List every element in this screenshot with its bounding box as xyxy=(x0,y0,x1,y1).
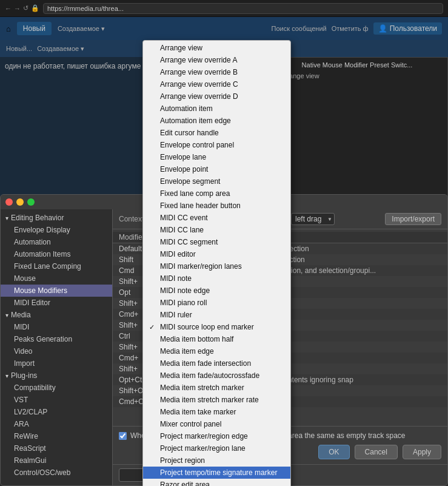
dropdown-item-media-item-fade-auto[interactable]: Media item fade/autocrossfade xyxy=(143,370,290,382)
forward-icon[interactable]: → xyxy=(14,5,21,12)
dropdown-item-midi-piano-roll[interactable]: MIDI piano roll xyxy=(143,297,290,309)
checkmark: ✓ xyxy=(149,323,155,331)
dropdown-item-midi-marker[interactable]: MIDI marker/region lanes xyxy=(143,260,290,272)
sidebar-item-rescript[interactable]: ReaScript xyxy=(1,442,112,454)
dropdown-item-fixed-lane-header[interactable]: Fixed lane header button xyxy=(143,200,290,212)
reload-icon[interactable]: ↺ xyxy=(23,4,28,12)
sidebar-item-editing-behavior[interactable]: ▾Editing Behavior xyxy=(1,212,112,224)
dropdown-item-razor-edit-area[interactable]: Razor edit area xyxy=(143,479,290,486)
overlay-sub: ▶ Arrange view xyxy=(270,71,444,81)
modifier-select[interactable]: left drag xyxy=(291,213,335,225)
dropdown-item-project-tempo[interactable]: Project tempo/time signature marker xyxy=(143,467,290,479)
sidebar-item-envelope-display[interactable]: Envelope Display xyxy=(1,224,112,236)
dropdown-item-envelope-lane[interactable]: Envelope lane xyxy=(143,151,290,163)
browser-bar: ← → ↺ 🔒 https://rmmedia.ru/threa... xyxy=(0,0,448,17)
dropdown-item-media-item-edge[interactable]: Media item edge xyxy=(143,345,290,357)
dropdown-item-media-item-stretch[interactable]: Media item stretch marker xyxy=(143,382,290,394)
modifier-select-wrapper[interactable]: left drag xyxy=(291,213,335,225)
sidebar-item-realmgui[interactable]: RealmGui xyxy=(1,454,112,467)
dropdown-item-media-item-bottom[interactable]: Media item bottom half xyxy=(143,333,290,345)
sidebar-item-mouse-modifiers[interactable]: Mouse Modifiers xyxy=(1,285,112,297)
sidebar-item-vst[interactable]: VST xyxy=(1,394,112,406)
sidebar-item-fixed-lane-comping[interactable]: Fixed Lane Comping xyxy=(1,260,112,272)
sidebar-item-automation-items[interactable]: Automation Items xyxy=(1,248,112,260)
nav-separator: Создаваемое ▾ xyxy=(58,25,105,33)
dropdown-item-project-region[interactable]: Project region xyxy=(143,454,290,467)
sidebar-item-media[interactable]: ▾Media xyxy=(1,309,112,321)
sidebar-item-mouse[interactable]: Mouse xyxy=(1,272,112,285)
dropdown-item-arrange-view-b[interactable]: Arrange view override B xyxy=(143,66,290,78)
sidebar-item-compatibility[interactable]: Compatibility xyxy=(1,382,112,394)
sidebar-item-plug-ins[interactable]: ▾Plug-ins xyxy=(1,370,112,382)
dropdown-item-envelope-point[interactable]: Envelope point xyxy=(143,163,290,175)
overlay-title: Native Mouse Modifier Preset Switc... xyxy=(270,61,444,69)
dropdown-item-midi-editor[interactable]: MIDI editor xyxy=(143,248,290,260)
dropdown-menu: Arrange view Arrange view override A Arr… xyxy=(142,40,291,486)
sidebar-item-peaks-generation[interactable]: Peaks Generation xyxy=(1,333,112,345)
dropdown-item-project-marker-lane[interactable]: Project marker/region lane xyxy=(143,442,290,454)
sub-nav-create[interactable]: Создаваемое ▾ xyxy=(37,45,84,53)
dropdown-item-media-item-take[interactable]: Media item take marker xyxy=(143,406,290,418)
search-label: Поиск сообщений xyxy=(272,25,327,32)
user-icon: 👤 xyxy=(378,24,387,33)
sub-nav-new[interactable]: Новый... xyxy=(6,45,32,52)
sidebar-item-midi[interactable]: MIDI xyxy=(1,321,112,333)
dropdown-item-envelope-control-panel[interactable]: Envelope control panel xyxy=(143,139,290,151)
back-icon[interactable]: ← xyxy=(5,5,12,12)
sidebar-item-import[interactable]: Import xyxy=(1,357,112,370)
dropdown-item-edit-cursor-handle[interactable]: Edit cursor handle xyxy=(143,127,290,139)
maximize-button[interactable] xyxy=(27,198,35,206)
dropdown-item-project-marker-edge[interactable]: Project marker/region edge xyxy=(143,430,290,442)
sidebar-item-control-osc[interactable]: Control/OSC/web xyxy=(1,467,112,479)
cancel-button[interactable]: Cancel xyxy=(355,445,398,459)
dropdown-item-fixed-lane-comp[interactable]: Fixed lane comp area xyxy=(143,187,290,200)
minimize-button[interactable] xyxy=(16,198,24,206)
close-button[interactable] xyxy=(5,198,13,206)
dropdown-item-arrange-view-c[interactable]: Arrange view override C xyxy=(143,78,290,90)
dropdown-item-envelope-segment[interactable]: Envelope segment xyxy=(143,175,290,187)
dropdown-item-midi-cc-event[interactable]: MIDI CC event xyxy=(143,212,290,224)
expand-arrow-media: ▾ xyxy=(5,312,8,319)
dropdown-item-midi-source-loop[interactable]: ✓ MIDI source loop end marker xyxy=(143,321,290,333)
dropdown-item-midi-cc-segment[interactable]: MIDI CC segment xyxy=(143,236,290,248)
new-button[interactable]: Новый xyxy=(17,22,52,35)
user-label: Пользователи xyxy=(390,24,437,33)
sidebar: ▾Editing Behavior Envelope Display Autom… xyxy=(1,209,113,485)
ok-button[interactable]: OK xyxy=(318,445,349,459)
sidebar-item-lv2-clap[interactable]: LV2/CLAP xyxy=(1,406,112,418)
dropdown-item-media-item-stretch-rate[interactable]: Media item stretch marker rate xyxy=(143,394,290,406)
sidebar-item-rewire[interactable]: ReWire xyxy=(1,430,112,442)
lock-icon: 🔒 xyxy=(31,4,39,12)
dropdown-item-midi-note-edge[interactable]: MIDI note edge xyxy=(143,285,290,297)
url-bar[interactable]: https://rmmedia.ru/threa... xyxy=(43,3,443,14)
dropdown-item-arrange-view-d[interactable]: Arrange view override D xyxy=(143,90,290,103)
nav-right: Поиск сообщений Отметить ф 👤 Пользовател… xyxy=(272,22,442,35)
dropdown-item-arrange-view-a[interactable]: Arrange view override A xyxy=(143,54,290,66)
expand-arrow-plugins: ▾ xyxy=(5,373,8,379)
mark-button[interactable]: Отметить ф xyxy=(332,25,369,32)
sidebar-item-ara[interactable]: ARA xyxy=(1,418,112,430)
nav-bar: ⌂ Новый Создаваемое ▾ Поиск сообщений От… xyxy=(0,17,448,40)
dropdown-item-automation-item-edge[interactable]: Automation item edge xyxy=(143,115,290,127)
apply-button[interactable]: Apply xyxy=(403,445,441,459)
home-icon[interactable]: ⌂ xyxy=(6,24,11,33)
sidebar-item-automation[interactable]: Automation xyxy=(1,236,112,248)
expand-arrow: ▾ xyxy=(5,215,8,221)
dropdown-item-arrange-view[interactable]: Arrange view xyxy=(143,42,290,54)
url-text: https://rmmedia.ru/threa... xyxy=(47,5,124,12)
dropdown-item-midi-cc-lane[interactable]: MIDI CC lane xyxy=(143,224,290,236)
user-menu[interactable]: 👤 Пользователи xyxy=(373,22,442,35)
sidebar-item-video[interactable]: Video xyxy=(1,345,112,357)
dropdown-item-media-item-fade-int[interactable]: Media item fade intersection xyxy=(143,357,290,370)
nav-icons: ← → ↺ 🔒 xyxy=(5,4,39,12)
import-export-button[interactable]: Import/export xyxy=(385,213,441,225)
dropdown-item-automation-item[interactable]: Automation item xyxy=(143,103,290,115)
dropdown-item-mixer-control[interactable]: Mixer control panel xyxy=(143,418,290,430)
sidebar-item-midi-editor[interactable]: MIDI Editor xyxy=(1,297,112,309)
label-checkbox[interactable] xyxy=(119,432,127,440)
dropdown-item-midi-ruler[interactable]: MIDI ruler xyxy=(143,309,290,321)
dropdown-item-midi-note[interactable]: MIDI note xyxy=(143,272,290,285)
